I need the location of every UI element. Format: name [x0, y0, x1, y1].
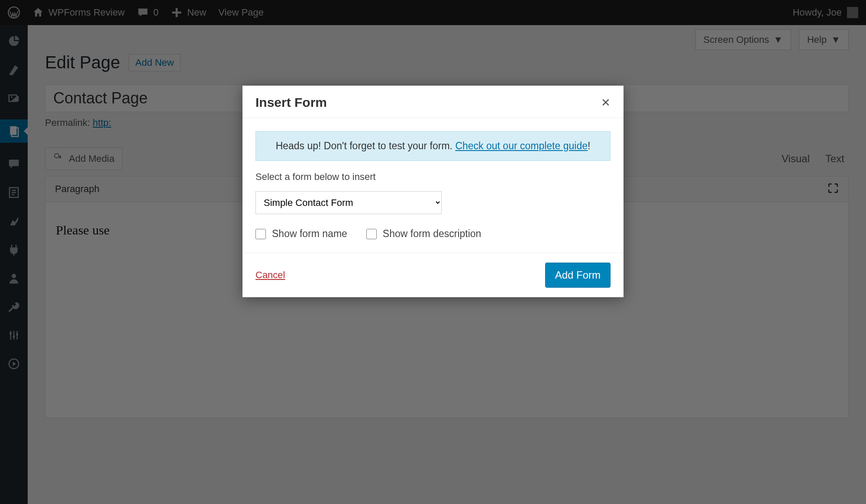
- insert-form-modal: Insert Form ✕ Heads up! Don't forget to …: [242, 86, 624, 297]
- add-form-button[interactable]: Add Form: [545, 263, 611, 288]
- show-name-checkbox[interactable]: Show form name: [255, 228, 347, 240]
- alert-box: Heads up! Don't forget to test your form…: [255, 131, 611, 161]
- alert-prefix: Heads up! Don't forget to test your form…: [276, 140, 456, 151]
- form-select[interactable]: Simple Contact Form: [255, 191, 442, 214]
- close-icon[interactable]: ✕: [601, 96, 611, 109]
- alert-link[interactable]: Check out our complete guide: [455, 140, 588, 151]
- cancel-link[interactable]: Cancel: [255, 270, 285, 281]
- alert-suffix: !: [588, 140, 590, 151]
- select-label: Select a form below to insert: [255, 171, 611, 183]
- show-name-label: Show form name: [272, 228, 347, 240]
- show-desc-input[interactable]: [366, 229, 377, 239]
- show-desc-label: Show form description: [383, 228, 481, 240]
- modal-title: Insert Form: [255, 95, 327, 110]
- show-name-input[interactable]: [255, 229, 266, 239]
- show-desc-checkbox[interactable]: Show form description: [366, 228, 481, 240]
